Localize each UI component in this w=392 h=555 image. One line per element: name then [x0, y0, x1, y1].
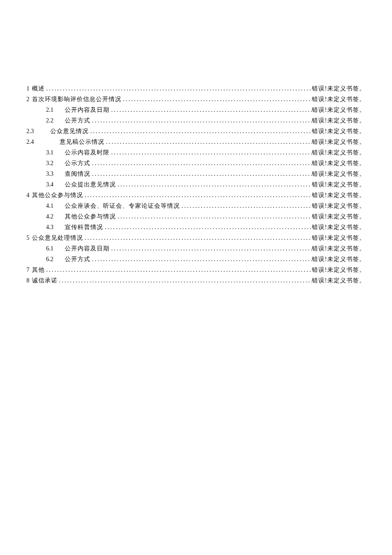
toc-entry: 2.4意见稿公示情况错误!未定义书签。 [26, 137, 366, 147]
toc-entry: 4.2其他公众参与情况错误!未定义书签。 [26, 211, 366, 222]
toc-entry-title: 公开内容及日期 [65, 105, 110, 115]
toc-entry-number: 2.2 [46, 115, 61, 126]
toc-entry-page: 错误!未定义书签。 [312, 200, 366, 211]
toc-entry-number: 3.1 [46, 147, 61, 158]
toc-leader-dots [116, 179, 312, 190]
toc-entry-page: 错误!未定义书签。 [312, 254, 366, 264]
toc-entry-page: 错误!未定义书签。 [312, 275, 366, 286]
toc-entry-page: 错误!未定义书签。 [312, 126, 366, 137]
toc-entry: 3.4公众提出意见情况错误!未定义书签。 [26, 179, 366, 190]
toc-entry: 3.2公示方式错误!未定义书签。 [26, 158, 366, 169]
toc-leader-dots [58, 275, 312, 286]
toc-entry-title: 1 概述 [26, 83, 45, 94]
toc-leader-dots [180, 200, 312, 211]
toc-entry-number: 2.3 [26, 126, 47, 137]
toc-entry-title: 公开方式 [65, 115, 90, 126]
toc-leader-dots [104, 137, 312, 147]
toc-entry-page: 错误!未定义书签。 [312, 264, 366, 275]
toc-leader-dots [89, 126, 312, 137]
toc-leader-dots [90, 254, 312, 264]
toc-entry-number: 2.4 [26, 137, 56, 147]
table-of-contents: 1 概述错误!未定义书签。2 首次环境影响评价信息公开情况错误!未定义书签。2.… [26, 83, 366, 286]
toc-entry-number: 4.3 [46, 222, 61, 232]
toc-entry: 2 首次环境影响评价信息公开情况错误!未定义书签。 [26, 94, 366, 105]
toc-entry-page: 错误!未定义书签。 [312, 169, 366, 179]
toc-entry-page: 错误!未定义书签。 [312, 83, 366, 94]
toc-leader-dots [103, 222, 312, 232]
toc-entry-title: 7 其他 [26, 264, 45, 275]
toc-entry-number: 3.4 [46, 179, 61, 190]
toc-entry-title: 公示方式 [65, 158, 90, 169]
toc-entry-title: 公众提出意见情况 [65, 179, 116, 190]
toc-entry-page: 错误!未定义书签。 [312, 243, 366, 254]
toc-leader-dots [83, 190, 312, 200]
toc-entry: 3.1公示内容及时限错误!未定义书签。 [26, 147, 366, 158]
toc-entry: 1 概述错误!未定义书签。 [26, 83, 366, 94]
toc-entry-number: 3.2 [46, 158, 61, 169]
toc-entry: 8 诚信承诺错误!未定义书签。 [26, 275, 366, 286]
toc-entry: 4 其他公众参与情况错误!未定义书签。 [26, 190, 366, 200]
toc-entry-page: 错误!未定义书签。 [312, 190, 366, 200]
toc-entry-page: 错误!未定义书签。 [312, 222, 366, 232]
toc-entry-number: 6.1 [46, 243, 61, 254]
toc-entry: 4.3宣传科普情况错误!未定义书签。 [26, 222, 366, 232]
toc-entry: 2.3公众意见情况错误!未定义书签。 [26, 126, 366, 137]
toc-leader-dots [83, 232, 312, 243]
toc-entry: 2.2公开方式错误!未定义书签。 [26, 115, 366, 126]
toc-entry-page: 错误!未定义书签。 [312, 232, 366, 243]
toc-entry: 2.1公开内容及日期错误!未定义书签。 [26, 105, 366, 115]
toc-entry-title: 宣传科普情况 [65, 222, 103, 232]
toc-entry-number: 3.3 [46, 169, 61, 179]
toc-entry: 5 公众意见处理情况错误!未定义书签。 [26, 232, 366, 243]
toc-entry-page: 错误!未定义书签。 [312, 147, 366, 158]
toc-entry-page: 错误!未定义书签。 [312, 115, 366, 126]
toc-entry-title: 公示内容及时限 [65, 147, 110, 158]
toc-leader-dots [45, 264, 312, 275]
toc-entry-page: 错误!未定义书签。 [312, 179, 366, 190]
toc-leader-dots [116, 211, 312, 222]
toc-leader-dots [90, 115, 312, 126]
toc-leader-dots [121, 94, 312, 105]
toc-leader-dots [90, 158, 312, 169]
toc-entry-title: 公开方式 [65, 254, 90, 264]
toc-entry-title: 意见稿公示情况 [60, 137, 104, 147]
toc-entry-number: 2.1 [46, 105, 61, 115]
toc-entry: 7 其他错误!未定义书签。 [26, 264, 366, 275]
toc-entry: 3.3查阅情况错误!未定义书签。 [26, 169, 366, 179]
toc-entry-title: 公开内容及日期 [65, 243, 110, 254]
toc-entry-title: 查阅情况 [65, 169, 90, 179]
toc-entry-number: 4.2 [46, 211, 61, 222]
toc-entry-title: 5 公众意见处理情况 [26, 232, 83, 243]
toc-entry-number: 4.1 [46, 200, 61, 211]
toc-entry: 6.2公开方式错误!未定义书签。 [26, 254, 366, 264]
toc-entry: 4.1公众座谈会、听证会、专家论证会等情况错误!未定义书签。 [26, 200, 366, 211]
toc-leader-dots [110, 243, 312, 254]
toc-leader-dots [45, 83, 312, 94]
toc-entry-title: 8 诚信承诺 [26, 275, 58, 286]
toc-entry-page: 错误!未定义书签。 [312, 105, 366, 115]
toc-entry-title: 2 首次环境影响评价信息公开情况 [26, 94, 121, 105]
toc-leader-dots [110, 105, 312, 115]
toc-entry-page: 错误!未定义书签。 [312, 137, 366, 147]
toc-entry-page: 错误!未定义书签。 [312, 94, 366, 105]
toc-entry-title: 公众意见情况 [50, 126, 89, 137]
toc-entry-title: 公众座谈会、听证会、专家论证会等情况 [65, 200, 180, 211]
toc-entry: 6.1公开内容及日期错误!未定义书签。 [26, 243, 366, 254]
toc-leader-dots [90, 169, 312, 179]
toc-entry-title: 4 其他公众参与情况 [26, 190, 83, 200]
toc-entry-page: 错误!未定义书签。 [312, 158, 366, 169]
toc-entry-number: 6.2 [46, 254, 61, 264]
toc-entry-page: 错误!未定义书签。 [312, 211, 366, 222]
toc-entry-title: 其他公众参与情况 [65, 211, 116, 222]
toc-leader-dots [110, 147, 312, 158]
